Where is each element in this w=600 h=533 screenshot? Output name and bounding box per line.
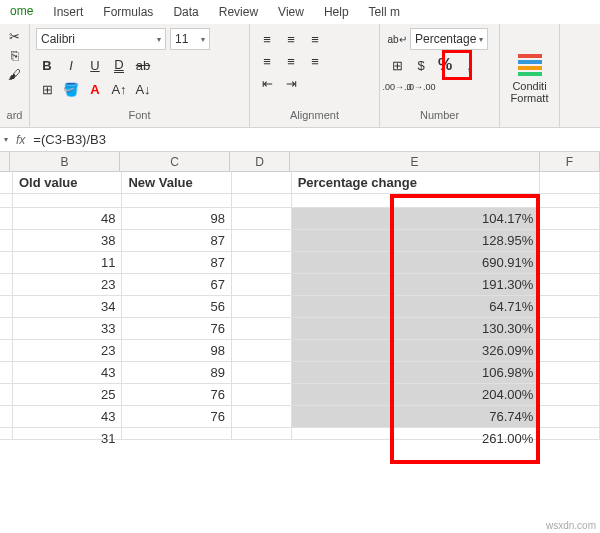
fill-color-button[interactable]: 🪣 (60, 78, 82, 100)
increase-decimal-button[interactable]: .00→.0 (386, 76, 408, 98)
col-header-c[interactable]: C (120, 152, 230, 171)
cell-old-value[interactable]: 23 (13, 274, 122, 295)
cell-new-value[interactable]: 98 (122, 208, 231, 229)
cell-percentage[interactable]: 76.74% (292, 406, 541, 427)
font-name-select[interactable]: Calibri▾ (36, 28, 166, 50)
conditional-formatting-icon[interactable] (514, 48, 546, 80)
align-top-button[interactable]: ≡ (256, 28, 278, 50)
cell-old-value[interactable]: 23 (13, 340, 122, 361)
align-center-button[interactable]: ≡ (280, 50, 302, 72)
cell-percentage[interactable]: 204.00% (292, 384, 541, 405)
underline-button[interactable]: U (84, 54, 106, 76)
table-row: 437676.74% (0, 406, 600, 428)
cell-new-value[interactable]: 98 (122, 340, 231, 361)
cell-old-value[interactable]: 43 (13, 406, 122, 427)
align-bottom-button[interactable]: ≡ (304, 28, 326, 50)
header-old-value[interactable]: Old value (13, 172, 122, 193)
table-row: 2398326.09% (0, 340, 600, 362)
number-format-select[interactable]: Percentage▾ (410, 28, 488, 50)
formula-input[interactable]: =(C3-B3)/B3 (33, 132, 106, 147)
tab-data[interactable]: Data (163, 1, 208, 23)
tab-review[interactable]: Review (209, 1, 268, 23)
comma-button[interactable]: , (458, 54, 480, 76)
percent-button[interactable]: % (434, 54, 456, 76)
cell-new-value[interactable]: 56 (122, 296, 231, 317)
group-font: Calibri▾ 11▾ B I U D ab ⊞ 🪣 A A↑ A↓ Font (30, 24, 250, 127)
header-percentage-change[interactable]: Percentage change (292, 172, 541, 193)
align-middle-button[interactable]: ≡ (280, 28, 302, 50)
borders-button[interactable]: ⊞ (36, 78, 58, 100)
tab-tellme[interactable]: Tell m (359, 1, 410, 23)
cut-icon[interactable]: ✂ (7, 28, 23, 44)
col-header-a[interactable] (0, 152, 10, 171)
cell-new-value[interactable]: 76 (122, 318, 231, 339)
cell-new-value[interactable]: 87 (122, 230, 231, 251)
cell-percentage[interactable]: 261.00% (292, 428, 541, 439)
cell-percentage[interactable]: 130.30% (292, 318, 541, 339)
currency-button[interactable]: $ (410, 54, 432, 76)
header-new-value[interactable]: New Value (122, 172, 231, 193)
cell-percentage[interactable]: 326.09% (292, 340, 541, 361)
align-right-button[interactable]: ≡ (304, 50, 326, 72)
cell-percentage[interactable]: 690.91% (292, 252, 541, 273)
table-row: 345664.71% (0, 296, 600, 318)
ribbon: ✂ ⎘ 🖌 ard Calibri▾ 11▾ B I U D ab ⊞ 🪣 A … (0, 24, 600, 128)
cell-percentage[interactable]: 106.98% (292, 362, 541, 383)
cell-old-value[interactable]: 33 (13, 318, 122, 339)
cell-new-value[interactable]: 67 (122, 274, 231, 295)
cell-old-value[interactable]: 31 (13, 428, 122, 439)
increase-font-button[interactable]: A↑ (108, 78, 130, 100)
decrease-decimal-button[interactable]: .0→.00 (410, 76, 432, 98)
cell-new-value[interactable]: 87 (122, 252, 231, 273)
italic-button[interactable]: I (60, 54, 82, 76)
formula-bar: ▾ fx =(C3-B3)/B3 (0, 128, 600, 152)
col-header-d[interactable]: D (230, 152, 290, 171)
table-row: 2576204.00% (0, 384, 600, 406)
tab-home[interactable]: ome (0, 0, 43, 24)
cell-old-value[interactable]: 48 (13, 208, 122, 229)
cell-new-value[interactable]: 89 (122, 362, 231, 383)
cell-percentage[interactable]: 128.95% (292, 230, 541, 251)
chevron-down-icon[interactable]: ▾ (4, 135, 8, 144)
cell-new-value[interactable]: 76 (122, 406, 231, 427)
cell-old-value[interactable]: 43 (13, 362, 122, 383)
font-color-button[interactable]: A (84, 78, 106, 100)
format-painter-icon[interactable]: 🖌 (7, 66, 23, 82)
number-format-value: Percentage (415, 32, 476, 46)
tab-insert[interactable]: Insert (43, 1, 93, 23)
col-header-b[interactable]: B (10, 152, 120, 171)
tab-formulas[interactable]: Formulas (93, 1, 163, 23)
cell-old-value[interactable]: 25 (13, 384, 122, 405)
col-header-f[interactable]: F (540, 152, 600, 171)
cell-old-value[interactable]: 11 (13, 252, 122, 273)
decrease-font-button[interactable]: A↓ (132, 78, 154, 100)
align-left-button[interactable]: ≡ (256, 50, 278, 72)
column-headers: B C D E F (0, 152, 600, 172)
strikethrough-button[interactable]: ab (132, 54, 154, 76)
conditional-formatting-label: Conditi Formatt (511, 80, 549, 104)
cell-percentage[interactable]: 104.17% (292, 208, 541, 229)
cell-old-value[interactable]: 34 (13, 296, 122, 317)
copy-icon[interactable]: ⎘ (7, 47, 23, 63)
decrease-indent-button[interactable]: ⇤ (256, 72, 278, 94)
group-alignment: ≡ ≡ ≡ ≡ ≡ ≡ ⇤ ⇥ Alignment (250, 24, 380, 127)
cell-new-value[interactable] (122, 428, 231, 439)
cell-new-value[interactable]: 76 (122, 384, 231, 405)
chevron-down-icon: ▾ (201, 35, 205, 44)
font-size-select[interactable]: 11▾ (170, 28, 210, 50)
cell-percentage[interactable]: 191.30% (292, 274, 541, 295)
chevron-down-icon: ▾ (157, 35, 161, 44)
fx-icon[interactable]: fx (16, 133, 25, 147)
merge-button[interactable]: ⊞ (386, 54, 408, 76)
increase-indent-button[interactable]: ⇥ (280, 72, 302, 94)
cell-percentage[interactable]: 64.71% (292, 296, 541, 317)
cell-old-value[interactable]: 38 (13, 230, 122, 251)
watermark: wsxdn.com (546, 520, 596, 531)
group-label-number: Number (386, 109, 493, 123)
wrap-text-button[interactable]: ab↵ (386, 28, 408, 50)
col-header-e[interactable]: E (290, 152, 540, 171)
tab-view[interactable]: View (268, 1, 314, 23)
bold-button[interactable]: B (36, 54, 58, 76)
tab-help[interactable]: Help (314, 1, 359, 23)
double-underline-button[interactable]: D (108, 54, 130, 76)
